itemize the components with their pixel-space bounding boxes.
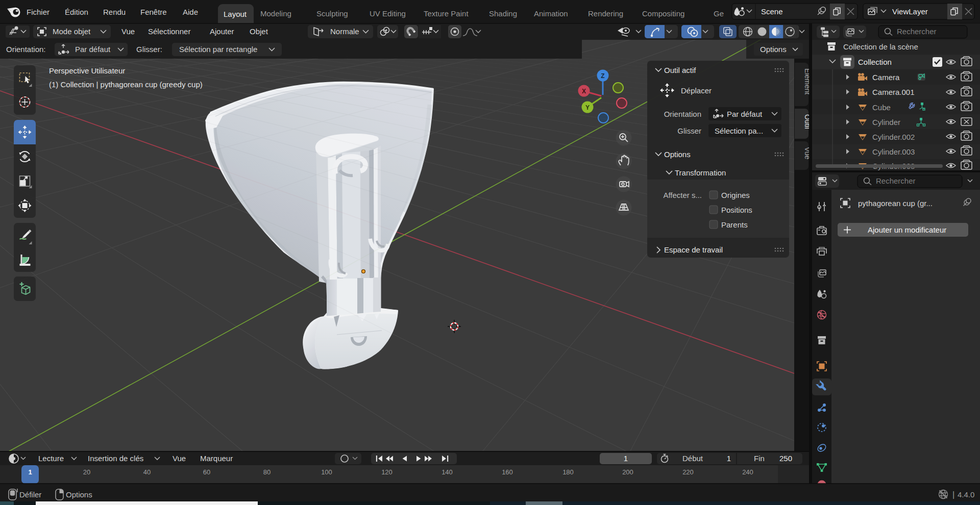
svg-text:140: 140: [442, 468, 453, 476]
svg-text:Collection: Collection: [858, 58, 892, 66]
svg-text:160: 160: [502, 468, 513, 476]
svg-text:Orientation: Orientation: [664, 110, 701, 118]
svg-text:pythagorean cup (gr...: pythagorean cup (gr...: [858, 199, 933, 208]
svg-text:Glisser:: Glisser:: [136, 45, 162, 54]
svg-text:Transformation: Transformation: [675, 168, 726, 177]
svg-text:Cylinder.003: Cylinder.003: [872, 147, 915, 156]
svg-text:Ge: Ge: [714, 9, 724, 18]
svg-text:Cylinder: Cylinder: [872, 118, 900, 127]
svg-text:1: 1: [727, 454, 731, 463]
svg-text:180: 180: [562, 468, 574, 476]
svg-text:Vue: Vue: [121, 27, 135, 36]
svg-text:Glisser: Glisser: [677, 127, 701, 135]
svg-text:Par défaut: Par défaut: [75, 45, 111, 54]
svg-text:Ajouter: Ajouter: [210, 27, 234, 36]
svg-text:Vue: Vue: [173, 454, 186, 463]
svg-text:Fin: Fin: [754, 454, 765, 463]
svg-text:Marqueur: Marqueur: [200, 454, 233, 463]
svg-text:Lecture: Lecture: [38, 454, 64, 463]
svg-text:(1) Collection | pythagorean c: (1) Collection | pythagorean cup (greedy…: [49, 80, 203, 89]
svg-text:Cube: Cube: [872, 103, 891, 112]
svg-text:ViewLayer: ViewLayer: [892, 7, 928, 16]
svg-text:Rechercher: Rechercher: [897, 27, 937, 36]
svg-text:Sélectionner: Sélectionner: [148, 27, 190, 36]
svg-text:|: |: [952, 490, 954, 499]
svg-text:Normale: Normale: [330, 27, 359, 36]
svg-text:Rendu: Rendu: [103, 8, 126, 16]
svg-text:Parents: Parents: [721, 220, 748, 229]
svg-text:Rendering: Rendering: [588, 9, 623, 18]
svg-text:Camera.001: Camera.001: [872, 88, 915, 96]
svg-text:Objet: Objet: [250, 27, 268, 36]
svg-text:Édition: Édition: [65, 8, 88, 16]
svg-text:Cylinder.002: Cylinder.002: [872, 133, 915, 141]
svg-text:Aide: Aide: [183, 8, 198, 16]
svg-text:1: 1: [624, 454, 628, 463]
svg-text:220: 220: [682, 468, 694, 476]
svg-text:Sélection par rectangle: Sélection par rectangle: [179, 45, 257, 54]
svg-text:240: 240: [742, 468, 753, 476]
svg-text:1: 1: [28, 468, 32, 476]
svg-text:Fichier: Fichier: [27, 8, 50, 16]
svg-text:Shading: Shading: [489, 9, 517, 18]
svg-text:Début: Début: [682, 454, 703, 463]
svg-text:Mode objet: Mode objet: [53, 27, 91, 36]
svg-text:Modeling: Modeling: [260, 9, 291, 18]
svg-text:UV Editing: UV Editing: [370, 9, 406, 18]
svg-text:Camera: Camera: [872, 73, 900, 82]
svg-text:Z: Z: [601, 72, 604, 80]
svg-text:Options: Options: [664, 150, 691, 159]
svg-text:Origines: Origines: [721, 191, 750, 199]
svg-text:4.4.0: 4.4.0: [958, 490, 974, 499]
svg-text:X: X: [582, 88, 586, 95]
svg-text:Déplacer: Déplacer: [681, 86, 712, 95]
svg-text:Layout: Layout: [224, 10, 247, 18]
svg-text:Perspective Utilisateur: Perspective Utilisateur: [49, 66, 125, 75]
svg-text:Collection de la scène: Collection de la scène: [843, 42, 918, 51]
svg-text:Défiler: Défiler: [19, 490, 41, 499]
svg-text:Espace de travail: Espace de travail: [664, 245, 723, 254]
svg-text:Sélection pa...: Sélection pa...: [715, 127, 763, 135]
svg-text:Compositing: Compositing: [642, 9, 684, 18]
svg-text:Sculpting: Sculpting: [316, 9, 348, 18]
svg-text:Affecter s...: Affecter s...: [663, 191, 702, 199]
svg-text:120: 120: [381, 468, 393, 476]
svg-text:Options: Options: [760, 45, 787, 54]
svg-text:Par défaut: Par défaut: [727, 110, 763, 118]
svg-text:40: 40: [143, 468, 151, 476]
svg-text:Rechercher: Rechercher: [876, 176, 916, 185]
svg-text:Texture Paint: Texture Paint: [424, 9, 469, 18]
svg-text:Outil actif: Outil actif: [664, 66, 696, 74]
svg-text:Fenêtre: Fenêtre: [140, 8, 167, 16]
svg-text:60: 60: [203, 468, 210, 476]
svg-text:Insertion de clés: Insertion de clés: [88, 454, 143, 463]
svg-text:Positions: Positions: [721, 206, 752, 214]
svg-text:Animation: Animation: [534, 9, 568, 18]
svg-text:Ajouter un modificateur: Ajouter un modificateur: [868, 225, 946, 234]
svg-text:Y: Y: [585, 104, 590, 111]
svg-text:Options: Options: [66, 490, 92, 499]
svg-text:Scene: Scene: [761, 7, 783, 16]
svg-text:80: 80: [263, 468, 271, 476]
svg-text:Orientation:: Orientation:: [6, 45, 46, 54]
svg-text:20: 20: [83, 468, 90, 476]
svg-text:100: 100: [321, 468, 332, 476]
svg-text:200: 200: [622, 468, 633, 476]
svg-text:250: 250: [779, 454, 792, 463]
